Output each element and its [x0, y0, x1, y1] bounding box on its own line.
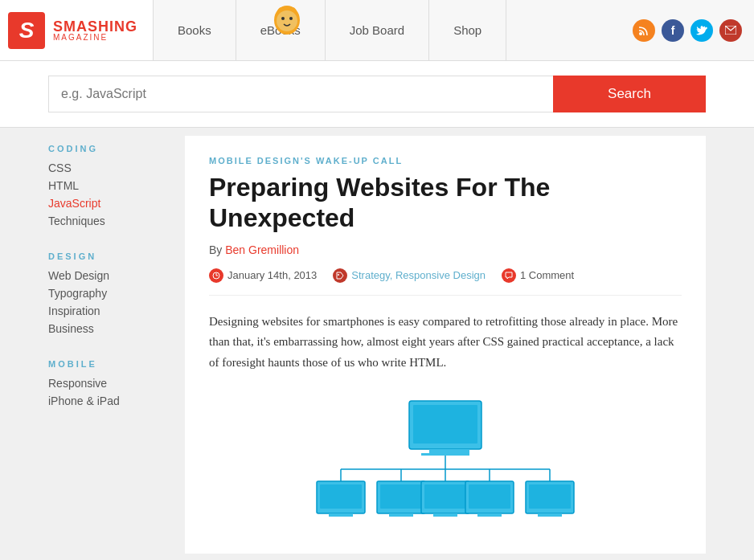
meta-comments-item: 1 Comment	[502, 268, 574, 283]
sidebar-link-javascript[interactable]: JavaScript	[48, 197, 169, 210]
sidebar-section-mobile: MOBILE Responsive iPhone & iPad	[48, 359, 169, 407]
nav-item-books[interactable]: Books	[154, 0, 236, 60]
search-input[interactable]	[48, 76, 553, 112]
svg-point-11	[338, 274, 339, 276]
sidebar-section-coding: CODING CSS HTML JavaScript Techniques	[48, 144, 169, 227]
article-title: Preparing Websites For The Unexpected	[209, 172, 682, 234]
sidebar-section-design: DESIGN Web Design Typography Inspiration…	[48, 251, 169, 335]
sidebar-link-responsive[interactable]: Responsive	[48, 377, 169, 390]
diagram-svg	[273, 397, 618, 525]
svg-rect-36	[529, 484, 571, 509]
article-body: Designing websites for smartphones is ea…	[209, 312, 682, 374]
byline-prefix: By	[209, 243, 225, 256]
svg-rect-24	[380, 484, 422, 509]
mascot	[265, 0, 309, 58]
search-button[interactable]: Search	[553, 76, 706, 112]
svg-rect-20	[320, 484, 362, 509]
email-icon[interactable]	[719, 19, 742, 42]
svg-rect-28	[424, 484, 466, 509]
article-byline: By Ben Gremillion	[209, 243, 682, 256]
svg-point-6	[639, 32, 642, 35]
logo-magazine: MAGAZINE	[53, 34, 137, 42]
svg-rect-14	[429, 449, 469, 453]
svg-rect-25	[389, 513, 413, 517]
article-meta: January 14th, 2013 Strategy, Responsive …	[209, 268, 682, 296]
article-tags[interactable]: Strategy, Responsive Design	[351, 269, 486, 281]
main-content: CODING CSS HTML JavaScript Techniques DE…	[0, 128, 754, 554]
sidebar-link-techniques[interactable]: Techniques	[48, 215, 169, 227]
sidebar-link-inspiration[interactable]: Inspiration	[48, 305, 169, 317]
svg-point-3	[277, 10, 297, 31]
meta-date-item: January 14th, 2013	[209, 268, 317, 283]
sidebar-link-business[interactable]: Business	[48, 322, 169, 335]
twitter-icon[interactable]	[690, 19, 713, 42]
svg-rect-32	[469, 484, 510, 509]
main-nav: Books eBooks Job Board Shop f	[153, 0, 754, 60]
meta-tags-item: Strategy, Responsive Design	[333, 268, 486, 283]
sidebar-link-iphone-ipad[interactable]: iPhone & iPad	[48, 394, 169, 407]
sidebar-link-html[interactable]: HTML	[48, 179, 169, 192]
tag-icon	[333, 268, 347, 283]
svg-rect-13	[413, 405, 477, 444]
nav-item-shop[interactable]: Shop	[429, 0, 506, 60]
svg-rect-29	[433, 513, 457, 517]
rss-icon[interactable]	[633, 19, 655, 42]
svg-rect-15	[421, 453, 469, 456]
facebook-icon[interactable]: f	[662, 19, 684, 42]
search-bar: Search	[0, 61, 754, 128]
svg-rect-21	[329, 513, 353, 517]
sidebar: CODING CSS HTML JavaScript Techniques DE…	[48, 136, 185, 554]
sidebar-link-webdesign[interactable]: Web Design	[48, 269, 169, 282]
comment-icon	[502, 268, 516, 283]
article-category: MOBILE DESIGN'S WAKE-UP CALL	[209, 156, 682, 166]
author-link[interactable]: Ben Gremillion	[225, 243, 299, 256]
nav-item-jobboard[interactable]: Job Board	[326, 0, 429, 60]
svg-rect-33	[477, 513, 502, 517]
svg-point-4	[281, 17, 285, 20]
logo-smashing: SMASHING	[53, 19, 137, 34]
responsive-diagram	[209, 389, 682, 533]
social-icons: f	[621, 0, 754, 60]
article-content: MOBILE DESIGN'S WAKE-UP CALL Preparing W…	[185, 136, 706, 554]
sidebar-category-mobile: MOBILE	[48, 359, 169, 369]
sidebar-category-design: DESIGN	[48, 251, 169, 261]
sidebar-link-typography[interactable]: Typography	[48, 287, 169, 300]
svg-rect-37	[538, 513, 562, 517]
clock-icon	[209, 268, 223, 283]
svg-point-5	[289, 17, 293, 20]
article-date: January 14th, 2013	[227, 269, 317, 281]
sidebar-link-css[interactable]: CSS	[48, 161, 169, 174]
sidebar-category-coding: CODING	[48, 144, 169, 153]
logo[interactable]: S SMASHING MAGAZINE	[0, 0, 153, 60]
article-comments[interactable]: 1 Comment	[520, 269, 574, 281]
